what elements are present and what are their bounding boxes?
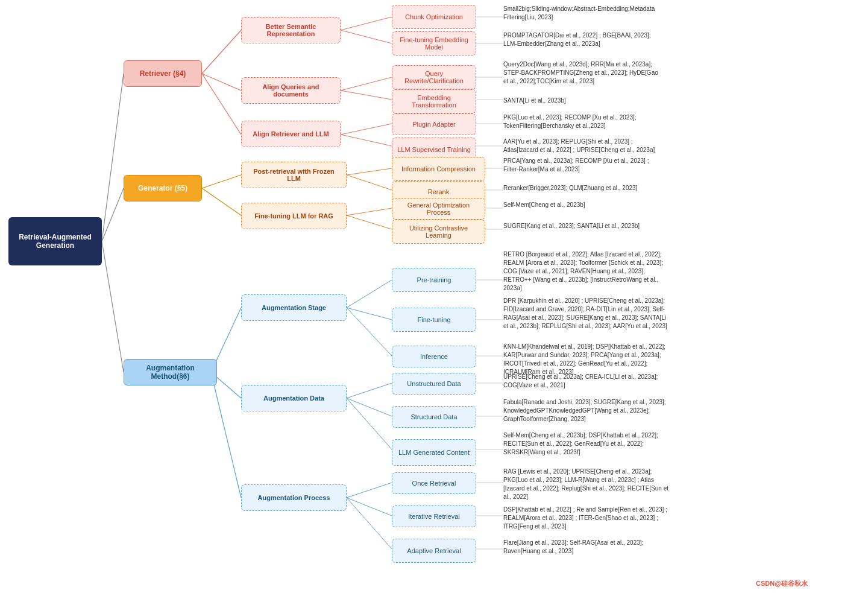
l3-info-compression: Information Compression — [392, 157, 485, 181]
l2-align-queries: Align Queries and documents — [241, 77, 341, 104]
ref-contrastive: SUGRE[Kang et al., 2023]; SANTA[Li et al… — [503, 222, 640, 230]
l3-embedding-transform: Embedding Transformation — [392, 89, 476, 113]
l3-fine-tuning: Fine-tuning — [392, 308, 476, 332]
svg-line-16 — [347, 208, 392, 215]
ref-plugin-adapter: PKG[Luo et al., 2023]; RECOMP [Xu et al.… — [503, 113, 660, 130]
svg-line-36 — [347, 398, 392, 449]
svg-line-12 — [202, 175, 241, 188]
l3-iterative: Iterative Retrieval — [392, 506, 476, 527]
svg-line-34 — [347, 383, 392, 398]
svg-line-38 — [347, 498, 392, 516]
svg-line-30 — [211, 372, 241, 498]
svg-line-14 — [347, 168, 392, 175]
ref-unstructured: UPRISE[Cheng et al., 2023a]; CREA-ICL[Li… — [503, 373, 672, 390]
l2-fine-tuning-llm: Fine-tuning LLM for RAG — [241, 203, 347, 229]
l3-fine-tuning-emb: Fine-tuning Embedding Model — [392, 31, 476, 55]
svg-line-6 — [341, 17, 392, 30]
l2-augmentation-process: Augmentation Process — [241, 484, 347, 511]
svg-line-37 — [347, 483, 392, 498]
svg-line-9 — [341, 90, 392, 100]
l3-chunk-opt: Chunk Optimization — [392, 5, 476, 29]
l1-generator: Generator (§5) — [124, 175, 202, 201]
l3-pre-training: Pre-training — [392, 268, 476, 292]
l3-query-rewrite: Query Rewrite/Clarification — [392, 65, 476, 89]
root-label: Retrieval-Augmented Generation — [14, 233, 96, 250]
l2-post-retrieval: Post-retrieval with Frozen LLM — [241, 162, 347, 188]
l2-augmentation-data: Augmentation Data — [241, 385, 347, 411]
l3-once-retrieval: Once Retrieval — [392, 472, 476, 494]
diagram-container: Retrieval-Augmented Generation Retriever… — [0, 0, 868, 593]
svg-line-7 — [341, 30, 392, 43]
l1-retriever-label: Retriever (§4) — [140, 69, 186, 78]
ref-chunk-opt: Small2big;Sliding-window;Abstract-Embedd… — [503, 5, 660, 22]
svg-line-3 — [202, 30, 241, 74]
ref-rerank: Reranker[Brigger,2023]; QLM[Zhuang et al… — [503, 184, 637, 192]
l3-plugin-adapter: Plugin Adapter — [392, 113, 476, 135]
ref-pre-training: RETRO [Borgeaud et al., 2022]; Atlas [Iz… — [503, 250, 672, 293]
ref-iterative: DSP[Khattab et al., 2022] ; Re and Sampl… — [503, 506, 672, 531]
ref-general-opt: Self-Mem[Cheng et al., 2023b] — [503, 201, 585, 209]
root-node: Retrieval-Augmented Generation — [8, 217, 102, 265]
svg-line-0 — [102, 74, 124, 241]
ref-fine-tuning: DPR [Karpukhin et al., 2020] ; UPRISE[Ch… — [503, 297, 672, 331]
l1-augmentation-label: Augmentation Method(§6) — [130, 364, 210, 381]
l3-inference: Inference — [392, 346, 476, 367]
svg-line-17 — [347, 215, 392, 229]
ref-fine-tuning-emb: PROMPTAGATOR[Dai et al., 2022] ; BGE[BAA… — [503, 31, 660, 48]
l2-augmentation-stage: Augmentation Stage — [241, 294, 347, 321]
l2-better-semantic: Better Semantic Representation — [241, 17, 341, 43]
svg-line-13 — [202, 188, 241, 215]
svg-line-5 — [202, 74, 241, 135]
ref-adaptive: Flare[Jiang et al., 2023]; Self-RAG[Asai… — [503, 539, 672, 556]
svg-line-31 — [347, 280, 392, 308]
l3-unstructured: Unstructured Data — [392, 373, 476, 395]
svg-line-10 — [341, 124, 392, 135]
svg-line-4 — [202, 74, 241, 90]
ref-structured: Fabula[Ranade and Joshi, 2023]; SUGRE[Ka… — [503, 398, 672, 423]
l1-augmentation: Augmentation Method(§6) — [124, 359, 217, 385]
svg-line-11 — [341, 135, 392, 146]
l3-llm-generated: LLM Generated Content — [392, 439, 476, 466]
ref-once-retrieval: RAG [Lewis et al., 2020]; UPRISE[Cheng e… — [503, 468, 672, 501]
svg-line-35 — [347, 398, 392, 416]
l3-contrastive: Utilizing Contrastive Learning — [392, 220, 485, 244]
ref-embedding-transform: SANTA[Li et al., 2023b] — [503, 97, 566, 105]
svg-line-33 — [347, 308, 392, 356]
ref-query-rewrite: Query2Doc[Wang et al., 2023d]; RRR[Ma et… — [503, 60, 660, 86]
l3-adaptive: Adaptive Retrieval — [392, 539, 476, 563]
ref-llm-generated: Self-Mem[Cheng et al., 2023b]; DSP[Khatt… — [503, 431, 672, 457]
l2-align-retriever: Align Retriever and LLM — [241, 121, 341, 147]
svg-line-1 — [102, 188, 124, 241]
l1-retriever: Retriever (§4) — [124, 60, 202, 87]
svg-line-39 — [347, 498, 392, 549]
l3-general-opt: General Optimization Process — [392, 198, 485, 220]
l1-generator-label: Generator (§5) — [138, 184, 187, 192]
l3-structured: Structured Data — [392, 406, 476, 428]
svg-line-8 — [341, 77, 392, 90]
ref-inference: KNN-LM[Khandelwal et al., 2019]; DSP[Kha… — [503, 343, 672, 376]
svg-line-2 — [102, 241, 124, 372]
ref-llm-supervised: AAR[Yu et al., 2023]; REPLUG[Shi et al.,… — [503, 138, 660, 154]
svg-line-15 — [347, 175, 392, 190]
ref-info-compression: PRCA[Yang et al., 2023a]; RECOMP [Xu et … — [503, 157, 660, 174]
svg-line-32 — [347, 308, 392, 320]
watermark: CSDN@硅谷秋水 — [756, 579, 808, 588]
